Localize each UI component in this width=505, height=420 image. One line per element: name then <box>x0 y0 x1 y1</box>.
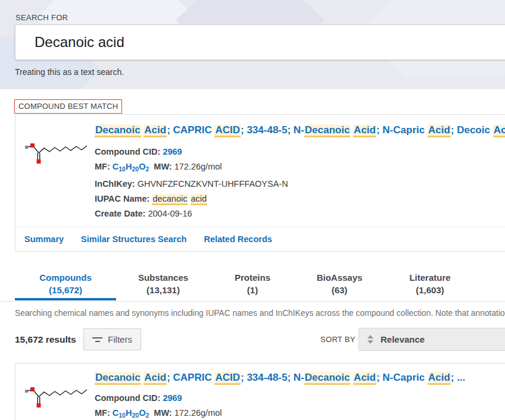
highlighted-term[interactable]: Acid <box>428 372 451 385</box>
sort-selected-value: Relevance <box>381 334 425 344</box>
text-segment: Create Date: <box>95 209 148 218</box>
text-segment: 172.26g/mol <box>174 408 222 418</box>
text-segment: MF: <box>95 408 113 418</box>
summary-link[interactable]: Summary <box>24 234 64 244</box>
text-segment[interactable]: O <box>139 408 145 418</box>
text-segment: 20 <box>132 412 139 419</box>
detail-row: InChIKey: GHVNFZFCNZKVNT-UHFFFAOYSA-N <box>95 177 288 192</box>
text-segment <box>188 194 190 203</box>
text-segment[interactable]: ; N-Capric <box>376 124 428 136</box>
text-segment: 10 <box>119 412 126 419</box>
search-for-label: SEARCH FOR <box>15 13 68 22</box>
text-segment[interactable]: ; N-Capric <box>376 372 428 383</box>
text-segment[interactable]: H <box>126 408 132 418</box>
text-segment: 10 <box>119 165 126 173</box>
tab-label: Proteins <box>235 271 270 284</box>
sort-arrows-icon <box>367 335 373 344</box>
highlighted-term[interactable]: Decanoic <box>304 372 351 385</box>
text-segment: IUPAC Name: <box>95 194 152 203</box>
text-segment[interactable]: O <box>139 162 145 171</box>
tab-count: (13,131) <box>138 284 188 296</box>
highlighted-term[interactable]: Acid <box>144 372 167 385</box>
text-segment[interactable]: ; 334-48-5; N- <box>241 372 304 383</box>
text-segment[interactable]: 2969 <box>163 393 182 403</box>
text-segment[interactable]: C <box>113 408 119 418</box>
text-segment: InChIKey: <box>95 179 138 189</box>
detail-row: Compound CID: 2969 <box>95 145 288 159</box>
pubchem-search-results-page: SEARCH FOR Treating this as a text searc… <box>0 0 505 420</box>
compound-details: Compound CID: 2969MF: C10H20O2 MW: 172.2… <box>95 145 288 221</box>
active-tab-underline <box>15 298 116 300</box>
text-segment[interactable]: ; Decoic <box>451 124 493 136</box>
highlighted-term[interactable]: ACID <box>214 372 241 385</box>
highlighted-term[interactable]: Acid <box>353 372 376 385</box>
filters-button[interactable]: Filters <box>83 328 141 350</box>
tab-count: (15,672) <box>39 284 92 296</box>
filters-button-label: Filters <box>108 334 132 344</box>
tab-label: Compounds <box>39 271 92 284</box>
compound-best-match-label: COMPOUND BEST MATCH <box>14 99 122 114</box>
text-segment: Compound CID: <box>95 147 163 156</box>
result-category-tabs: Compounds(15,672)Substances(13,131)Prote… <box>0 268 505 302</box>
sort-by-label: SORT BY <box>320 335 356 344</box>
sort-select[interactable]: Relevance <box>359 328 505 351</box>
text-segment[interactable]: H <box>126 162 132 171</box>
highlighted-term[interactable]: Acid <box>428 124 451 137</box>
detail-row: Compound CID: 2969 <box>95 391 222 406</box>
tab-label: BioAssays <box>317 271 363 284</box>
text-segment[interactable]: C <box>113 162 119 171</box>
related-records-link[interactable]: Related Records <box>204 234 272 244</box>
tab-count: (1) <box>235 284 270 296</box>
highlighted-term[interactable]: Decanoic <box>95 124 141 137</box>
text-segment: 172.26g/mol <box>174 162 222 171</box>
text-search-note: Treating this as a text search. <box>15 67 124 77</box>
tab-proteins[interactable]: Proteins(1) <box>235 271 270 296</box>
compound-details: Compound CID: 2969MF: C10H20O2 MW: 172.2… <box>95 391 222 420</box>
best-match-card: Decanoic Acid; CAPRIC ACID; 334-48-5; N-… <box>15 114 505 252</box>
detail-row: MF: C10H20O2 MW: 172.26g/mol <box>95 159 288 177</box>
compound-title-link[interactable]: Decanoic Acid; CAPRIC ACID; 334-48-5; N-… <box>95 372 505 388</box>
best-match-actions: Summary Similar Structures Search Relate… <box>15 227 505 251</box>
search-input[interactable] <box>15 24 505 60</box>
detail-row: Create Date: 2004-09-16 <box>95 206 288 221</box>
detail-row: IUPAC Name: decanoic acid <box>95 192 288 206</box>
highlighted-term: acid <box>191 194 208 205</box>
text-segment[interactable]: ; 334-48-5; N- <box>241 124 304 136</box>
collection-note: Searching chemical names and synonyms in… <box>15 309 505 321</box>
search-header: SEARCH FOR Treating this as a text searc… <box>0 0 505 89</box>
structure-image[interactable] <box>23 377 89 412</box>
text-segment[interactable]: 2969 <box>163 147 182 156</box>
text-segment[interactable]: ; CAPRIC <box>167 124 214 136</box>
tab-label: Literature <box>409 271 450 284</box>
structure-image[interactable] <box>23 133 89 168</box>
text-segment: Compound CID: <box>95 393 163 403</box>
tab-count: (1,603) <box>409 284 450 296</box>
highlighted-term[interactable]: Acid <box>353 124 376 137</box>
text-segment: GHVNFZFCNZKVNT-UHFFFAOYSA-N <box>138 179 288 189</box>
similar-structures-search-link[interactable]: Similar Structures Search <box>81 234 186 244</box>
detail-row: MF: C10H20O2 MW: 172.26g/mol <box>95 406 222 420</box>
text-segment: 2004-09-16 <box>148 209 192 218</box>
highlighted-term[interactable]: Decanoic <box>95 372 141 385</box>
compound-title-link[interactable]: Decanoic Acid; CAPRIC ACID; 334-48-5; N-… <box>95 124 505 141</box>
highlighted-term[interactable]: Acid <box>493 124 505 137</box>
results-count: 15,672 results <box>15 334 76 345</box>
result-item-card: Decanoic Acid; CAPRIC ACID; 334-48-5; N-… <box>15 363 505 420</box>
text-segment: 20 <box>132 165 139 173</box>
highlighted-term[interactable]: Decanoic <box>304 124 351 137</box>
tab-literature[interactable]: Literature(1,603) <box>409 271 450 296</box>
text-segment: MW: <box>149 408 174 418</box>
tab-count: (63) <box>317 284 363 296</box>
highlighted-term[interactable]: Acid <box>144 124 167 137</box>
text-segment[interactable]: ; ... <box>451 372 466 383</box>
tab-substances[interactable]: Substances(13,131) <box>138 271 188 296</box>
filter-icon <box>92 337 102 342</box>
text-segment: MW: <box>149 162 174 171</box>
text-segment: MF: <box>95 162 113 171</box>
tab-bioassays[interactable]: BioAssays(63) <box>317 271 363 296</box>
tab-compounds[interactable]: Compounds(15,672) <box>39 271 92 296</box>
highlighted-term[interactable]: ACID <box>214 124 241 137</box>
highlighted-term: decanoic <box>152 194 188 205</box>
tab-label: Substances <box>138 271 188 284</box>
text-segment[interactable]: ; CAPRIC <box>167 372 214 383</box>
